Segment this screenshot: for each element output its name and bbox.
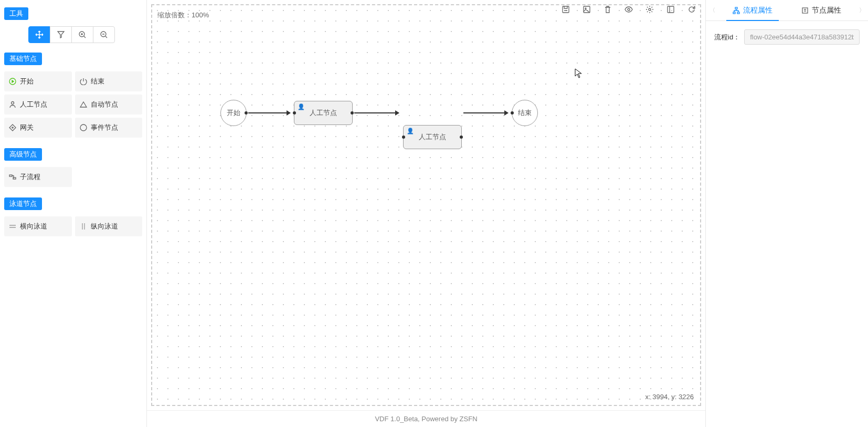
filter-tool-button[interactable] <box>50 26 72 43</box>
v-lane-icon <box>79 222 88 231</box>
canvas-area: 缩放倍数：100% 开始 👤 人工节点 👤 人工节点 <box>147 0 705 427</box>
circle-icon <box>79 123 88 132</box>
zoom-indicator: 缩放倍数：100% <box>157 11 209 20</box>
node-auto[interactable]: 自动节点 <box>75 95 143 114</box>
svg-rect-16 <box>802 8 808 13</box>
svg-point-10 <box>628 8 630 11</box>
properties-panel: 〈 流程属性 节点属性 〉 流程id： <box>705 0 868 427</box>
filter-icon <box>57 31 65 38</box>
flow-edge[interactable] <box>463 112 508 113</box>
node-start[interactable]: 开始 <box>4 71 72 91</box>
properties-tabs: 〈 流程属性 节点属性 〉 <box>706 0 868 21</box>
power-icon <box>79 77 88 86</box>
node-label: 横向泳道 <box>20 222 47 231</box>
node-label: 开始 <box>20 77 34 86</box>
basic-nodes-header: 基础节点 <box>4 53 42 65</box>
canvas-toolbar <box>560 4 697 15</box>
svg-rect-14 <box>733 12 735 14</box>
flow-end-node[interactable]: 结束 <box>512 100 538 126</box>
delete-button[interactable] <box>602 4 613 15</box>
user-icon: 👤 <box>298 103 305 110</box>
flow-canvas[interactable]: 缩放倍数：100% 开始 👤 人工节点 👤 人工节点 <box>151 4 701 406</box>
flow-id-input[interactable] <box>744 29 860 45</box>
move-tool-button[interactable] <box>28 26 50 43</box>
node-manual[interactable]: 人工节点 <box>4 95 72 114</box>
flow-id-label: 流程id： <box>714 33 740 42</box>
tab-next-button[interactable]: 〉 <box>855 6 868 14</box>
zoom-out-icon <box>100 31 108 38</box>
node-label: 人工节点 <box>20 100 47 109</box>
input-port[interactable] <box>402 136 405 139</box>
node-gateway[interactable]: 网关 <box>4 118 72 138</box>
advanced-nodes-header: 高级节点 <box>4 148 42 161</box>
refresh-button[interactable] <box>686 4 697 15</box>
node-end[interactable]: 结束 <box>75 71 143 91</box>
node-label: 子流程 <box>20 172 40 182</box>
flow-start-node[interactable]: 开始 <box>220 100 247 126</box>
flow-edge[interactable] <box>248 112 290 113</box>
svg-point-11 <box>649 8 651 11</box>
tab-prev-button[interactable]: 〈 <box>706 6 718 14</box>
user-icon: 👤 <box>407 128 414 134</box>
image-button[interactable] <box>581 4 592 15</box>
zoom-in-icon <box>79 31 86 38</box>
zoom-in-button[interactable] <box>71 26 93 43</box>
tab-flow-properties[interactable]: 流程属性 <box>726 1 779 20</box>
output-port[interactable] <box>460 136 463 139</box>
diamond-icon <box>8 123 17 132</box>
user-icon <box>8 100 17 109</box>
svg-rect-7 <box>563 6 569 13</box>
svg-rect-5 <box>9 175 12 176</box>
node-event[interactable]: 事件节点 <box>75 118 143 138</box>
coordinates-display: x: 3994, y: 3226 <box>645 393 694 401</box>
node-label: 自动节点 <box>91 100 118 109</box>
play-icon <box>8 77 17 86</box>
save-button[interactable] <box>560 4 571 15</box>
basic-nodes-grid: 开始 结束 人工节点 自动节点 网关 事件节点 <box>4 71 142 138</box>
panel-button[interactable] <box>665 4 676 15</box>
flow-icon <box>733 7 740 14</box>
svg-point-3 <box>12 102 14 105</box>
flow-id-field: 流程id： <box>714 29 860 45</box>
svg-rect-15 <box>737 12 739 14</box>
h-lane-icon <box>8 222 17 231</box>
tool-buttons <box>28 26 142 43</box>
svg-rect-12 <box>668 6 674 13</box>
footer-text: VDF 1.0_Beta, Powered by ZSFN <box>147 410 705 427</box>
node-h-lane[interactable]: 横向泳道 <box>4 216 72 236</box>
settings-button[interactable] <box>644 4 655 15</box>
svg-point-4 <box>80 124 87 131</box>
lane-nodes-grid: 横向泳道 纵向泳道 <box>4 216 142 236</box>
flow-edge[interactable] <box>354 112 399 113</box>
flow-task-node-1[interactable]: 👤 人工节点 <box>294 101 353 125</box>
lane-nodes-header: 泳道节点 <box>4 197 42 210</box>
node-subflow[interactable]: 子流程 <box>4 167 72 187</box>
input-port[interactable] <box>293 111 296 114</box>
panel-body: 流程id： <box>706 21 868 53</box>
input-port[interactable] <box>511 111 514 114</box>
node-label: 事件节点 <box>91 123 118 132</box>
advanced-nodes-grid: 子流程 <box>4 167 142 187</box>
node-label: 纵向泳道 <box>91 222 118 231</box>
svg-point-9 <box>585 8 586 9</box>
node-label: 网关 <box>20 123 34 132</box>
node-label: 结束 <box>91 77 104 86</box>
move-icon <box>35 30 44 39</box>
node-icon <box>801 7 809 14</box>
sidebar: 工具 基础节点 开始 结束 <box>0 0 147 427</box>
output-port[interactable] <box>351 111 354 114</box>
triangle-icon <box>79 100 88 109</box>
node-v-lane[interactable]: 纵向泳道 <box>75 216 143 236</box>
tools-header: 工具 <box>4 7 28 20</box>
svg-rect-13 <box>735 7 737 9</box>
subflow-icon <box>8 173 17 181</box>
flow-task-node-2[interactable]: 👤 人工节点 <box>403 125 462 149</box>
tab-node-properties[interactable]: 节点属性 <box>795 1 848 20</box>
zoom-out-button[interactable] <box>93 26 115 43</box>
output-port[interactable] <box>245 111 248 114</box>
preview-button[interactable] <box>623 4 634 15</box>
